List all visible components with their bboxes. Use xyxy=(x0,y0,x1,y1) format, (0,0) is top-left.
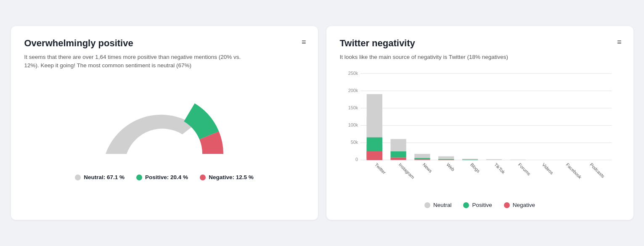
svg-rect-18 xyxy=(414,154,430,158)
chart-legend-neutral-label: Neutral xyxy=(433,202,452,208)
svg-text:Podcasts: Podcasts xyxy=(589,162,606,179)
left-card-subtitle: It seems that there are over 1,64 times … xyxy=(24,53,252,70)
legend-negative-dot xyxy=(200,175,206,180)
gauge-neutral xyxy=(106,115,194,154)
svg-rect-25 xyxy=(462,160,477,160)
right-card-menu-icon[interactable]: ≡ xyxy=(617,38,622,47)
svg-text:Web: Web xyxy=(445,162,456,172)
left-card-menu-icon[interactable]: ≡ xyxy=(302,38,306,47)
dashboard: Overwhelmingly positive It seems that th… xyxy=(11,26,633,220)
right-card-title: Twitter negativity xyxy=(340,38,620,49)
legend-neutral: Neutral: 67.1 % xyxy=(75,174,125,180)
legend-positive-label: Positive: 20.4 % xyxy=(145,174,188,180)
svg-text:TikTok: TikTok xyxy=(493,162,506,175)
svg-text:News: News xyxy=(421,162,433,174)
legend-negative-label: Negative: 12.5 % xyxy=(209,174,254,180)
svg-rect-23 xyxy=(438,160,454,160)
legend-neutral-label: Neutral: 67.1 % xyxy=(84,174,125,180)
svg-rect-15 xyxy=(390,139,406,151)
svg-text:0: 0 xyxy=(355,157,358,162)
svg-text:Instagram: Instagram xyxy=(398,162,415,180)
gauge-container: Neutral: 67.1 % Positive: 20.4 % Negativ… xyxy=(24,74,305,180)
svg-text:Forums: Forums xyxy=(517,162,531,176)
svg-rect-14 xyxy=(366,151,382,160)
gauge-chart xyxy=(89,74,240,167)
svg-text:150k: 150k xyxy=(348,105,358,110)
legend-negative: Negative: 12.5 % xyxy=(200,174,254,180)
svg-text:50k: 50k xyxy=(350,140,358,145)
svg-rect-12 xyxy=(366,94,382,138)
svg-rect-27 xyxy=(510,160,525,160)
bar-chart: 0 50k 100k 150k 200k 250k xyxy=(340,68,620,194)
gauge-legend: Neutral: 67.1 % Positive: 20.4 % Negativ… xyxy=(75,174,253,180)
chart-legend-positive: Positive xyxy=(463,202,492,208)
svg-rect-20 xyxy=(414,159,430,160)
chart-legend-negative-label: Negative xyxy=(513,202,535,208)
legend-positive-dot xyxy=(136,175,142,180)
left-card-title: Overwhelmingly positive xyxy=(24,38,305,49)
chart-legend-positive-dot xyxy=(463,202,469,208)
chart-legend-negative-dot xyxy=(504,202,510,208)
chart-legend-neutral-dot xyxy=(424,202,430,208)
svg-rect-17 xyxy=(390,158,406,160)
right-card-subtitle: It looks like the main source of negativ… xyxy=(340,53,567,61)
svg-text:Facebook: Facebook xyxy=(565,162,583,180)
svg-text:200k: 200k xyxy=(348,88,358,93)
right-card: Twitter negativity It looks like the mai… xyxy=(326,26,633,220)
legend-positive: Positive: 20.4 % xyxy=(136,174,188,180)
chart-legend-positive-label: Positive xyxy=(472,202,492,208)
svg-text:250k: 250k xyxy=(348,71,358,76)
svg-text:Blogs: Blogs xyxy=(469,162,481,174)
svg-text:100k: 100k xyxy=(348,122,358,127)
left-card: Overwhelmingly positive It seems that th… xyxy=(11,26,318,220)
bar-chart-wrapper: 0 50k 100k 150k 200k 250k xyxy=(340,68,620,208)
svg-text:Videos: Videos xyxy=(541,162,554,175)
legend-neutral-dot xyxy=(75,175,81,180)
chart-legend-negative: Negative xyxy=(504,202,535,208)
svg-rect-21 xyxy=(438,156,454,159)
svg-rect-19 xyxy=(414,158,430,159)
svg-rect-16 xyxy=(390,151,406,158)
chart-legend-neutral: Neutral xyxy=(424,202,452,208)
svg-rect-13 xyxy=(366,138,382,151)
svg-rect-26 xyxy=(486,159,501,160)
svg-text:Twitter: Twitter xyxy=(374,162,387,175)
chart-legend: Neutral Positive Negative xyxy=(340,202,620,208)
